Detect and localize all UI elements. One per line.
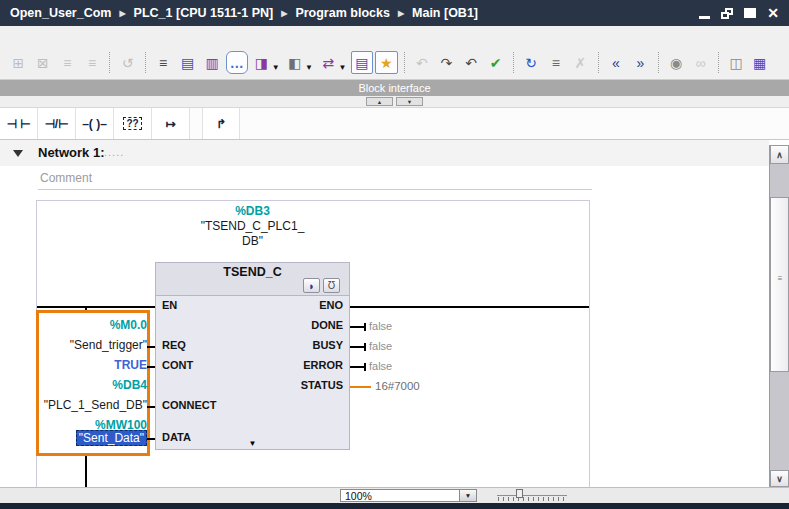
undo-icon[interactable]: ↶ [411, 51, 434, 74]
delete-network-icon[interactable]: ⊠ [32, 51, 55, 74]
breadcrumb-item[interactable]: Main [OB1] [412, 6, 478, 20]
req-operand-address[interactable]: %M0.0 [30, 318, 147, 332]
network-comment-placeholder[interactable]: Comment [40, 171, 92, 185]
instance-selection-button[interactable]: ◗ [303, 278, 320, 293]
insert-row-icon[interactable]: ≡ [56, 51, 79, 74]
toolbar-separator [658, 52, 659, 73]
coil-icon: –( )– [82, 117, 107, 131]
block-interface-toggle-icon[interactable]: ▤ [351, 51, 374, 74]
instance-db-name-line2[interactable]: DB" [155, 234, 350, 248]
open-branch-button[interactable]: ↦ [152, 108, 190, 139]
redo-to-save-icon[interactable]: ↷ [435, 51, 458, 74]
connect-operand-name[interactable]: "PLC_1_Send_DB" [30, 398, 147, 412]
empty-box-button[interactable]: ?? [114, 108, 152, 139]
maximize-icon[interactable] [744, 8, 756, 18]
insert-segment-dropdown-icon[interactable]: ▼ [305, 63, 313, 72]
insert-block-call-icon[interactable]: ◨ [250, 51, 273, 74]
expand-statements-icon[interactable]: ≡ [544, 51, 567, 74]
interface-expand-button[interactable]: ▲ [366, 97, 393, 106]
interface-collapse-button[interactable]: ▼ [396, 97, 423, 106]
cont-operand-value[interactable]: TRUE [30, 358, 147, 372]
connect-wire [147, 406, 155, 408]
zoom-dropdown-button[interactable]: ▼ [459, 489, 477, 502]
breadcrumb: Open_User_Com▶PLC_1 [CPU 1511-1 PN]▶Prog… [10, 6, 478, 20]
instance-db-address[interactable]: %DB3 [155, 204, 350, 218]
network-title[interactable]: Network 1: [38, 145, 104, 160]
program-editor-canvas: Network 1: ..... Comment %DB3 "TSEND_C_P… [0, 140, 769, 487]
pin-error: ERROR [303, 359, 343, 371]
zoom-slider-thumb[interactable] [516, 489, 523, 498]
breadcrumb-item[interactable]: Open_User_Com [10, 6, 111, 20]
undo-to-save-icon[interactable]: ↶ [460, 51, 483, 74]
network-header-row: Network 1: ..... [0, 140, 769, 166]
pin-eno: ENO [319, 299, 343, 311]
close-branch-button[interactable]: ↱ [202, 108, 240, 139]
scrollbar-grip-icon: ≡ [771, 274, 788, 283]
req-operand-name[interactable]: "Send_trigger" [30, 338, 147, 352]
favorites-icon[interactable]: ★ [375, 51, 398, 74]
monitor-glasses-icon[interactable]: ∞ [689, 51, 712, 74]
insert-empty-row-icon[interactable]: ≡ [81, 51, 104, 74]
function-block-header[interactable]: TSEND_C ◗ Ʊ [155, 262, 350, 296]
restore-icon[interactable] [721, 8, 733, 19]
breadcrumb-item[interactable]: Program blocks [295, 6, 389, 20]
network-view-alt-icon[interactable]: ▥ [201, 51, 224, 74]
diagnostics-button[interactable]: Ʊ [323, 278, 340, 293]
insert-block-call-dropdown-icon[interactable]: ▼ [272, 63, 280, 72]
instance-db-name-line1[interactable]: "TSEND_C_PLC1_ [155, 219, 350, 233]
insert-segment-icon[interactable]: ◧ [284, 51, 307, 74]
zoom-level-select[interactable]: 100% [340, 489, 460, 502]
interface-collapse-row: ▲ ▼ [0, 96, 789, 108]
window-controls: ✕ [699, 0, 779, 26]
toolbar-separator [404, 52, 405, 73]
done-monitor-value: false [369, 320, 392, 332]
breadcrumb-item[interactable]: PLC_1 [CPU 1511-1 PN] [134, 6, 274, 20]
minimize-icon[interactable] [699, 16, 710, 19]
vertical-scrollbar[interactable]: ∧ ≡ ∨ [769, 145, 789, 487]
function-block-title: TSEND_C [156, 265, 349, 279]
pin-done: DONE [311, 319, 343, 331]
insert-network-icon[interactable]: ⊞ [7, 51, 30, 74]
function-block-body[interactable]: EN ENO DONE REQ BUSY CONT ERROR STATUS C… [155, 296, 350, 450]
scroll-up-button[interactable]: ∧ [770, 145, 789, 164]
toolbar-separator [513, 52, 514, 73]
monitoring-selection-icon[interactable]: ◉ [665, 51, 688, 74]
scrollbar-thumb[interactable]: ≡ [770, 197, 789, 372]
cont-wire [147, 366, 155, 368]
go-to-next-icon[interactable]: » [629, 51, 652, 74]
split-editor-icon[interactable]: ▦ [748, 51, 771, 74]
network-title-placeholder[interactable]: ..... [104, 146, 124, 158]
network-view-icon[interactable]: ▤ [176, 51, 199, 74]
data-snapshot-icon[interactable]: ◫ [725, 51, 748, 74]
pin-connect: CONNECT [162, 399, 216, 411]
data-operand-row: "Sent_Data" [30, 430, 147, 446]
window-bottom-edge [0, 503, 789, 509]
update-block-calls-icon[interactable]: ↻ [520, 51, 543, 74]
data-operand-name-selected[interactable]: "Sent_Data" [76, 430, 147, 446]
normally-open-contact-button[interactable]: ⊣ ⊢ [0, 108, 38, 139]
network-collapse-icon[interactable] [13, 150, 23, 157]
block-interface-bar[interactable]: Block interface [0, 80, 789, 96]
status-bar: 100% ▼ [0, 487, 789, 503]
coil-button[interactable]: –( )– [76, 108, 114, 139]
zoom-slider-track[interactable] [497, 495, 567, 496]
reset-start-values-icon[interactable]: ↺ [116, 51, 139, 74]
go-to-previous-icon[interactable]: « [605, 51, 628, 74]
pin-status: STATUS [301, 379, 343, 391]
toggle-comments-icon[interactable]: … [226, 51, 249, 74]
scroll-down-button[interactable]: ∨ [770, 470, 789, 487]
close-icon[interactable]: ✕ [767, 6, 779, 20]
breadcrumb-separator-icon: ▶ [281, 8, 287, 18]
pin-req: REQ [162, 339, 186, 351]
connect-operand-address[interactable]: %DB4 [30, 378, 147, 392]
insert-move-operation-dropdown-icon[interactable]: ▼ [339, 63, 347, 72]
normally-closed-contact-button[interactable]: ⊣/⊢ [38, 108, 76, 139]
breadcrumb-separator-icon: ▶ [119, 8, 125, 18]
compile-icon[interactable]: ✔ [484, 51, 507, 74]
absolute-operands-icon[interactable]: ≡ [152, 51, 175, 74]
insert-move-operation-icon[interactable]: ⇄ [317, 51, 340, 74]
eno-rung-wire [350, 306, 589, 308]
block-expand-icon[interactable]: ▼ [156, 439, 349, 448]
breadcrumb-separator-icon: ▶ [398, 8, 404, 18]
collapse-statements-icon[interactable]: ✗ [569, 51, 592, 74]
